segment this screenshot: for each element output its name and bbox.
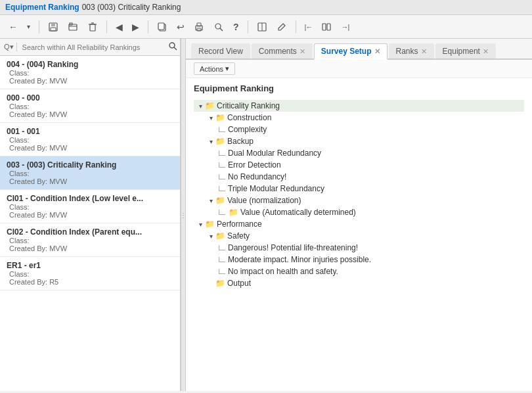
tree-row-value-normalization[interactable]: ▾ 📁 Value (normalization) <box>194 195 524 206</box>
item-class: Class: <box>7 170 173 177</box>
zoom-button[interactable] <box>210 20 227 34</box>
item-class: Class: <box>7 103 173 110</box>
tab-equipment[interactable]: Equipment✕ <box>435 43 496 58</box>
expand-icon[interactable]: ▾ <box>207 196 215 204</box>
item-title: CI02 - Condition Index (Parent equ... <box>7 227 173 237</box>
tree-row-construction[interactable]: ▾ 📁 Construction <box>194 112 524 124</box>
list-item[interactable]: 004 - (004) Ranking Class: Created By: M… <box>0 56 180 89</box>
list-item[interactable]: CI01 - Condition Index (Low level e... C… <box>0 190 180 223</box>
tree-node-label: Output <box>227 279 251 288</box>
tree-node-label: Triple Modular Redundancy <box>228 184 324 193</box>
open-button[interactable] <box>64 20 81 34</box>
sep-3 <box>148 20 148 34</box>
prev-button[interactable]: ◀ <box>112 20 126 34</box>
tree-row-backup[interactable]: ▾ 📁 Backup <box>194 135 524 147</box>
folder-icon: 📁 <box>215 279 225 287</box>
line-connector <box>219 150 225 156</box>
list-item[interactable]: 000 - 000 Class: Created By: MVW <box>0 89 180 123</box>
item-title: CI01 - Condition Index (Low level e... <box>7 194 173 203</box>
tree-row-criticality-ranking[interactable]: ▾ 📁 Criticality Ranking <box>194 100 524 112</box>
tree-row-triple-modular-redundancy[interactable]: Triple Modular Redundancy <box>194 183 524 195</box>
help-button[interactable]: ? <box>230 20 242 34</box>
right-panel: Record ViewComments✕Survey Setup✕Ranks✕E… <box>186 39 532 391</box>
item-created-by: Created By: MVW <box>7 144 173 152</box>
svg-rect-5 <box>90 24 95 31</box>
sep-5 <box>296 20 296 34</box>
left-panel: Q▾ 004 - (004) Ranking Class: Created By… <box>0 39 181 391</box>
split-button[interactable] <box>318 20 335 34</box>
delete-button[interactable] <box>84 20 101 34</box>
svg-rect-2 <box>51 28 56 31</box>
edit-button[interactable] <box>273 20 290 34</box>
tab-close-icon[interactable]: ✕ <box>421 47 427 56</box>
book-button[interactable] <box>254 20 271 34</box>
tab-ranks[interactable]: Ranks✕ <box>389 43 434 58</box>
search-bar: Q▾ <box>0 39 180 56</box>
tab-comments[interactable]: Comments✕ <box>252 43 313 58</box>
search-button[interactable] <box>168 41 177 53</box>
tree-row-no-redundancy![interactable]: No Redundancy! <box>194 171 524 183</box>
item-class: Class: <box>7 136 173 144</box>
item-created-by: Created By: MVW <box>7 211 173 219</box>
dropdown-arrow[interactable]: ▾ <box>24 21 33 32</box>
copy-button[interactable] <box>154 20 171 34</box>
list-item[interactable]: ER1 - er1 Class: Created By: R5 <box>0 257 180 290</box>
item-title: 004 - (004) Ranking <box>7 60 173 69</box>
line-connector <box>219 174 225 179</box>
list-item[interactable]: 001 - 001 Class: Created By: MVW <box>0 123 180 156</box>
list-item[interactable]: 003 - (003) Criticality Ranking Class: C… <box>0 156 180 190</box>
item-created-by: Created By: MVW <box>7 244 173 252</box>
tab-close-icon[interactable]: ✕ <box>483 47 489 56</box>
tree-row-complexity[interactable]: Complexity <box>194 124 524 135</box>
tree-row-performance[interactable]: ▾ 📁 Performance <box>194 218 524 230</box>
svg-rect-1 <box>51 23 55 26</box>
tab-close-icon[interactable]: ✕ <box>374 47 380 56</box>
list-item[interactable]: CI02 - Condition Index (Parent equ... Cl… <box>0 223 180 257</box>
expand-icon[interactable]: ▾ <box>207 137 215 145</box>
tab-record-view[interactable]: Record View <box>191 43 250 58</box>
svg-point-19 <box>169 43 175 48</box>
tree-row-value-auto[interactable]: 📁 Value (Automatically determined) <box>194 206 524 218</box>
tree-row-dangerous-potential-life-threatening-[interactable]: Dangerous! Potential life-threatening! <box>194 242 524 254</box>
line-connector <box>219 127 225 132</box>
tree-node-label: Value (normalization) <box>227 196 301 205</box>
last-button[interactable]: →| <box>338 21 352 33</box>
tree-node-label: Dual Modular Redundancy <box>228 149 321 158</box>
undo-button[interactable]: ↩ <box>173 20 188 34</box>
first-button[interactable]: |← <box>301 21 316 33</box>
line-connector <box>219 162 225 168</box>
actions-button[interactable]: Actions ▾ <box>194 62 235 75</box>
tree-row-no-impact-on-health-and-safety-[interactable]: No impact on health and safety. <box>194 266 524 277</box>
expand-icon[interactable]: ▾ <box>207 232 215 240</box>
expand-icon[interactable]: ▾ <box>207 114 215 122</box>
tree-node-label: Criticality Ranking <box>217 101 280 110</box>
save-button[interactable] <box>45 20 62 34</box>
print-button[interactable] <box>190 20 208 34</box>
search-dropdown-icon[interactable]: Q▾ <box>3 43 17 51</box>
expand-icon[interactable]: ▾ <box>196 220 204 228</box>
folder-icon: 📁 <box>215 232 225 240</box>
actions-label: Actions <box>200 65 223 73</box>
item-created-by: Created By: MVW <box>7 110 173 118</box>
next-button[interactable]: ▶ <box>129 20 143 34</box>
tree-row-error-detection[interactable]: Error Detection <box>194 159 524 171</box>
folder-icon: 📁 <box>228 208 238 216</box>
back-button[interactable]: ← <box>5 20 21 34</box>
line-connector <box>219 186 225 191</box>
record-info: 003 (003) Criticality Ranking <box>82 3 181 12</box>
tab-survey-setup[interactable]: Survey Setup✕ <box>314 43 388 60</box>
svg-line-20 <box>174 47 177 50</box>
right-content: Equipment Ranking ▾ 📁 Criticality Rankin… <box>186 78 532 391</box>
tree-row-dual-modular-redundancy[interactable]: Dual Modular Redundancy <box>194 147 524 159</box>
tree-node-label: Value (Automatically determined) <box>240 208 356 217</box>
resize-handle[interactable]: ⋮ <box>181 39 186 391</box>
search-input[interactable] <box>20 42 168 53</box>
actions-bar: Actions ▾ <box>186 60 532 78</box>
tab-close-icon[interactable]: ✕ <box>299 47 305 56</box>
expand-icon[interactable]: ▾ <box>196 102 204 110</box>
actions-dropdown-icon: ▾ <box>225 64 229 73</box>
tree-row-moderate-impact-minor-injuries-possible-[interactable]: Moderate impact. Minor injuries possible… <box>194 254 524 266</box>
tabs-bar: Record ViewComments✕Survey Setup✕Ranks✕E… <box>186 39 532 60</box>
tree-row-output[interactable]: 📁 Output <box>194 277 524 289</box>
tree-row-safety[interactable]: ▾ 📁 Safety <box>194 230 524 242</box>
